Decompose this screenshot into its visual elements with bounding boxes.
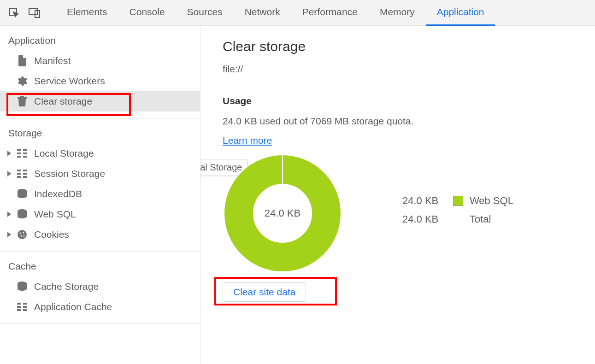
tab-sources[interactable]: Sources bbox=[176, 0, 234, 26]
svg-rect-13 bbox=[23, 173, 27, 175]
sidebar-divider bbox=[0, 323, 200, 324]
sidebar-item-cookies[interactable]: Cookies bbox=[0, 224, 200, 245]
devtools-tabs: Elements Console Sources Network Perform… bbox=[56, 0, 495, 26]
sidebar-item-local-storage[interactable]: Local Storage bbox=[0, 143, 200, 164]
svg-rect-9 bbox=[17, 170, 21, 171]
usage-text: 24.0 KB used out of 7069 MB storage quot… bbox=[223, 116, 595, 127]
inspect-icon[interactable] bbox=[6, 5, 22, 21]
sidebar-item-label: Application Cache bbox=[34, 301, 112, 312]
sidebar-item-application-cache[interactable]: Application Cache bbox=[0, 297, 200, 317]
svg-rect-7 bbox=[23, 153, 27, 154]
page-title: Clear storage bbox=[223, 39, 595, 54]
svg-point-20 bbox=[21, 235, 22, 237]
database-icon bbox=[16, 188, 29, 200]
svg-rect-23 bbox=[17, 303, 21, 305]
legend-spacer bbox=[453, 214, 463, 224]
svg-rect-11 bbox=[17, 176, 21, 178]
sidebar-item-web-sql[interactable]: Web SQL bbox=[0, 204, 200, 224]
svg-point-21 bbox=[24, 235, 25, 237]
legend-row: 24.0 KB Total bbox=[402, 213, 513, 225]
legend-value: 24.0 KB bbox=[402, 195, 453, 207]
chevron-right-icon bbox=[7, 211, 11, 217]
usage-chart-row: Local Storage 24.0 KB 24.0 KB Web SQL bbox=[223, 153, 595, 273]
svg-rect-12 bbox=[23, 170, 27, 171]
chevron-right-icon bbox=[7, 171, 11, 176]
button-row: Clear site data bbox=[223, 282, 306, 302]
donut-center-label: 24.0 KB bbox=[223, 153, 342, 273]
tab-console[interactable]: Console bbox=[118, 0, 176, 26]
gear-icon bbox=[16, 75, 29, 88]
sidebar-item-label: Local Storage bbox=[34, 148, 94, 159]
svg-point-18 bbox=[20, 233, 21, 234]
legend-swatch bbox=[453, 196, 463, 206]
sidebar-section-cache: Cache bbox=[0, 252, 200, 276]
clear-site-data-button[interactable]: Clear site data bbox=[223, 282, 306, 302]
tab-elements[interactable]: Elements bbox=[56, 0, 118, 26]
legend-value: 24.0 KB bbox=[402, 213, 453, 225]
svg-rect-26 bbox=[23, 303, 27, 305]
sidebar-item-indexeddb[interactable]: IndexedDB bbox=[0, 184, 200, 204]
legend-label: Total bbox=[470, 213, 491, 225]
sidebar-item-cache-storage[interactable]: Cache Storage bbox=[0, 276, 200, 297]
sidebar-item-label: Session Storage bbox=[34, 168, 105, 179]
usage-legend: 24.0 KB Web SQL 24.0 KB Total bbox=[402, 195, 513, 232]
svg-point-17 bbox=[18, 230, 27, 239]
svg-rect-5 bbox=[17, 156, 21, 158]
svg-rect-14 bbox=[23, 176, 27, 178]
sidebar-item-session-storage[interactable]: Session Storage bbox=[0, 164, 200, 184]
sidebar-item-label: Clear storage bbox=[34, 96, 92, 107]
document-icon bbox=[16, 54, 29, 67]
database-icon bbox=[16, 280, 29, 293]
sidebar-item-label: Manifest bbox=[34, 55, 71, 66]
grid-icon bbox=[16, 167, 29, 180]
tab-performance[interactable]: Performance bbox=[291, 0, 369, 26]
svg-point-19 bbox=[23, 232, 24, 234]
svg-rect-8 bbox=[23, 156, 27, 158]
content-body: Usage 24.0 KB used out of 7069 MB storag… bbox=[200, 86, 595, 302]
chevron-right-icon bbox=[7, 151, 11, 156]
database-icon bbox=[16, 208, 29, 221]
svg-rect-3 bbox=[17, 149, 21, 151]
sidebar-item-service-workers[interactable]: Service Workers bbox=[0, 71, 200, 91]
device-toggle-icon[interactable] bbox=[27, 5, 42, 21]
tab-network[interactable]: Network bbox=[234, 0, 291, 26]
svg-rect-10 bbox=[17, 173, 21, 175]
sidebar-item-label: IndexedDB bbox=[34, 188, 82, 200]
devtools-toolbar: Elements Console Sources Network Perform… bbox=[0, 0, 595, 26]
content-header: Clear storage file:// bbox=[200, 26, 595, 86]
sidebar: Application Manifest Service Workers Cle… bbox=[0, 26, 200, 364]
sidebar-section-application: Application bbox=[0, 26, 200, 51]
svg-rect-6 bbox=[23, 149, 27, 151]
sidebar-item-label: Service Workers bbox=[34, 76, 105, 87]
sidebar-item-label: Web SQL bbox=[34, 209, 76, 220]
legend-row: 24.0 KB Web SQL bbox=[402, 195, 513, 207]
tab-memory[interactable]: Memory bbox=[369, 0, 426, 26]
sidebar-item-manifest[interactable]: Manifest bbox=[0, 51, 200, 71]
chevron-right-icon bbox=[7, 232, 11, 237]
svg-rect-4 bbox=[17, 153, 21, 154]
usage-heading: Usage bbox=[223, 95, 595, 106]
sidebar-item-label: Cache Storage bbox=[34, 281, 99, 292]
grid-icon bbox=[16, 147, 29, 160]
main-panel: Application Manifest Service Workers Cle… bbox=[0, 26, 595, 364]
learn-more-link[interactable]: Learn more bbox=[223, 135, 272, 146]
svg-rect-28 bbox=[23, 309, 27, 311]
svg-rect-1 bbox=[29, 8, 37, 15]
origin-text: file:// bbox=[223, 64, 595, 75]
legend-label: Web SQL bbox=[470, 195, 513, 207]
sidebar-section-storage: Storage bbox=[0, 118, 200, 143]
sidebar-item-clear-storage[interactable]: Clear storage bbox=[0, 91, 200, 112]
sidebar-item-label: Cookies bbox=[34, 229, 69, 240]
content-panel: Clear storage file:// Usage 24.0 KB used… bbox=[200, 26, 595, 364]
cookie-icon bbox=[16, 228, 29, 241]
grid-icon bbox=[16, 300, 29, 313]
toolbar-divider bbox=[50, 6, 50, 19]
trash-icon bbox=[16, 95, 29, 108]
tab-application[interactable]: Application bbox=[426, 0, 495, 26]
svg-rect-25 bbox=[17, 309, 21, 311]
svg-rect-24 bbox=[17, 306, 21, 308]
usage-donut-chart: 24.0 KB bbox=[223, 153, 342, 273]
svg-rect-27 bbox=[23, 306, 27, 308]
